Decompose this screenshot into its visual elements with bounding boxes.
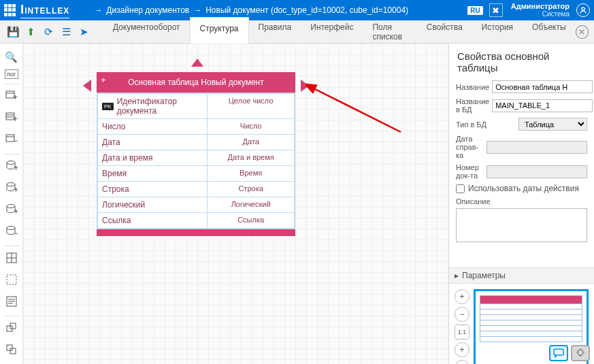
tools-icon[interactable]: ✖ — [489, 3, 503, 17]
properties-panel: Свойства основной таблицы Название Назва… — [448, 44, 594, 364]
svg-text:+: + — [13, 114, 18, 124]
table-row[interactable]: СсылкаСсылка — [98, 213, 294, 228]
zoom-in2-icon[interactable]: + — [455, 342, 469, 357]
search-icon[interactable]: 🔍 — [2, 48, 21, 67]
table-row[interactable]: СтрокаСтрока — [98, 182, 294, 197]
svg-rect-32 — [554, 349, 563, 355]
svg-text:+: + — [14, 163, 18, 172]
user-role: Система — [511, 10, 570, 18]
breadcrumb: → Дизайнер документов → Новый документ (… — [94, 5, 408, 15]
name-input[interactable] — [492, 80, 593, 93]
table-row[interactable]: ВремяВремя — [98, 166, 294, 182]
usedate-check[interactable]: Использовать даты действия — [456, 184, 587, 193]
add-grid2-icon[interactable]: + — [2, 108, 21, 127]
chat-icon[interactable] — [549, 345, 568, 361]
zoom-reset-icon[interactable]: 1:1 — [455, 325, 469, 340]
svg-point-0 — [582, 7, 584, 10]
svg-text:−: − — [14, 229, 18, 237]
apps-icon[interactable] — [4, 4, 16, 16]
zoom-out-icon[interactable]: − — [455, 307, 469, 322]
tab-objects[interactable]: Объекты — [523, 16, 576, 48]
expand-right-icon[interactable] — [301, 80, 309, 92]
tab-rules[interactable]: Правила — [249, 16, 301, 48]
db-add2-icon[interactable]: + — [2, 178, 21, 197]
zoom-in-icon[interactable]: + — [455, 289, 469, 304]
dbname-input[interactable] — [492, 99, 593, 112]
table-row[interactable]: PKИдентификатор документаЦелое число — [98, 94, 294, 119]
select-icon[interactable] — [2, 270, 21, 289]
logo-text: IINTELLEX — [20, 2, 69, 18]
sidebar: 🔍 лог + + − + + + − — [0, 44, 23, 364]
table-row[interactable]: ЧислоЧисло — [98, 119, 294, 135]
zoom-out2-icon[interactable]: − — [455, 360, 469, 364]
tab-properties[interactable]: Свойства — [417, 16, 472, 48]
main-table-widget[interactable]: + Основная таблица Новый документ PKИден… — [97, 72, 295, 236]
toolbar: 💾 ⬆ ⟳ ☰ ➤ Документооборот Структура Прав… — [0, 20, 594, 44]
add-field-icon[interactable]: + — [101, 75, 106, 85]
close-icon[interactable]: ✕ — [576, 25, 589, 39]
table-header[interactable]: + Основная таблица Новый документ — [97, 72, 295, 93]
ungroup-icon[interactable] — [2, 340, 21, 359]
svg-rect-29 — [7, 345, 12, 350]
remove-grid-icon[interactable]: − — [2, 130, 21, 149]
db-add-icon[interactable]: + — [2, 156, 21, 176]
send-icon[interactable]: ➤ — [78, 26, 90, 38]
desc-textarea[interactable] — [456, 208, 587, 242]
table-row[interactable]: Дата и времяДата и время — [98, 150, 294, 166]
db-add3-icon[interactable]: + — [2, 200, 21, 219]
language-badge[interactable]: RU — [467, 6, 482, 15]
label-name: Название — [456, 83, 489, 91]
svg-point-33 — [578, 350, 583, 355]
user-icon[interactable] — [576, 3, 590, 17]
table-title: Основная таблица Новый документ — [128, 78, 263, 87]
idea-icon[interactable] — [571, 345, 590, 361]
list-icon[interactable]: ☰ — [60, 26, 72, 38]
annotation-arrow — [306, 81, 408, 142]
svg-rect-30 — [10, 348, 16, 354]
save-icon[interactable]: 💾 — [7, 26, 19, 38]
expand-left-icon[interactable] — [83, 80, 91, 92]
logo: IINTELLEX — [20, 2, 69, 18]
user-name: Администратор — [511, 2, 570, 10]
label-dbtype: Тип в БД — [456, 120, 516, 129]
refdate-input — [486, 141, 587, 154]
label-desc: Описание — [456, 197, 587, 205]
tab-history[interactable]: История — [472, 16, 523, 48]
svg-text:−: − — [13, 136, 18, 146]
label-dbname: Название в БД — [456, 97, 489, 114]
grid-icon[interactable] — [2, 248, 21, 267]
add-grid-icon[interactable]: + — [2, 86, 21, 105]
svg-text:+: + — [14, 207, 18, 216]
svg-rect-22 — [7, 275, 16, 284]
expand-up-icon[interactable] — [191, 59, 203, 67]
params-section[interactable]: ▸Параметры — [449, 267, 594, 284]
pk-badge: PK — [102, 103, 114, 110]
tab-listfields[interactable]: Поля списков — [363, 16, 416, 48]
usedate-checkbox[interactable] — [456, 184, 465, 193]
dbtype-select[interactable]: Таблица — [518, 118, 587, 131]
svg-line-31 — [312, 88, 401, 132]
user-block[interactable]: Администратор Система — [511, 2, 570, 18]
table-row[interactable]: ДатаДата — [98, 135, 294, 150]
chevron-right-icon: → — [193, 5, 201, 15]
panel-title: Свойства основной таблицы — [449, 44, 594, 78]
refresh-icon[interactable]: ⟳ — [42, 26, 54, 38]
docnum-input — [486, 165, 587, 178]
label-refdate: Дата справ-ка — [456, 135, 484, 159]
breadcrumb-item[interactable]: Дизайнер документов — [106, 5, 189, 15]
tab-workflow[interactable]: Документооборот — [103, 16, 190, 48]
log-icon[interactable]: лог — [5, 69, 18, 79]
svg-text:+: + — [14, 185, 18, 194]
breadcrumb-item[interactable]: Новый документ (doc_type_id=10002, cube_… — [205, 5, 408, 15]
group-icon[interactable] — [2, 318, 21, 337]
table-row[interactable]: ЛогическийЛогический — [98, 197, 294, 213]
db-remove-icon[interactable]: − — [2, 222, 21, 241]
tab-interface[interactable]: Интерфейс — [301, 16, 363, 48]
form-icon[interactable] — [2, 292, 21, 311]
canvas[interactable]: + Основная таблица Новый документ PKИден… — [23, 44, 448, 364]
svg-text:+: + — [13, 93, 18, 102]
chevron-right-icon: ▸ — [455, 271, 459, 280]
tabs: Документооборот Структура Правила Интерф… — [103, 16, 576, 48]
table-footer — [97, 229, 295, 236]
upload-icon[interactable]: ⬆ — [24, 26, 37, 38]
